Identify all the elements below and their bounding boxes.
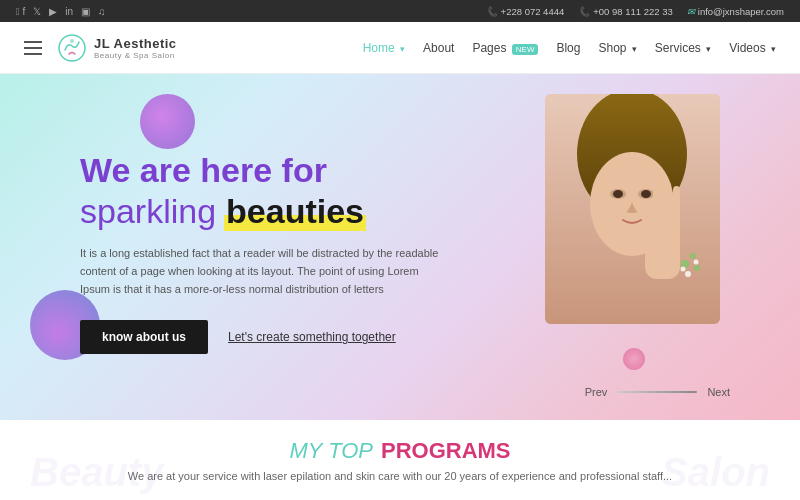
svg-rect-11 (663, 182, 671, 214)
my-top-label: MY TOP (289, 438, 373, 464)
svg-point-0 (59, 35, 85, 61)
svg-point-7 (613, 190, 623, 198)
svg-point-18 (681, 267, 686, 272)
prev-next-controls: Prev Next (585, 386, 730, 398)
hamburger-menu[interactable] (24, 41, 42, 55)
nav-home[interactable]: Home ▾ (363, 41, 405, 55)
twitter-icon[interactable]: 𝕏 (33, 6, 41, 17)
hero-title-line1: We are here for (80, 150, 440, 191)
logo-title: JL Aesthetic (94, 36, 177, 51)
next-label[interactable]: Next (707, 386, 730, 398)
hero-image-placeholder (545, 94, 720, 324)
hero-section: We are here for sparkling beauties It is… (0, 74, 800, 420)
svg-point-8 (641, 190, 651, 198)
top-bar:  f 𝕏 ▶ in ▣ ♫ 📞+228 072 4444 📞+00 98 11… (0, 0, 800, 22)
nav-videos[interactable]: Videos ▾ (729, 41, 776, 55)
logo-text: JL Aesthetic Beauty & Spa Salon (94, 36, 177, 60)
logo-subtitle: Beauty & Spa Salon (94, 51, 177, 60)
nav-menu: Home ▾ About Pages NEW Blog Shop ▾ Servi… (363, 41, 776, 55)
youtube-icon[interactable]: ▶ (49, 6, 57, 17)
nav-pages[interactable]: Pages NEW (472, 41, 538, 55)
nav-blog[interactable]: Blog (556, 41, 580, 55)
facebook-icon[interactable]:  f (16, 6, 25, 17)
phone1: 📞+228 072 4444 (486, 6, 565, 17)
contact-info: 📞+228 072 4444 📞+00 98 111 222 33 ✉info@… (486, 6, 784, 17)
hero-portrait-svg (545, 94, 720, 324)
hero-title-bold: beauties (224, 191, 366, 232)
nav-about[interactable]: About (423, 41, 454, 55)
deco-text-right: Salon (661, 450, 770, 495)
tiktok-icon[interactable]: ♫ (98, 6, 106, 17)
hero-image (545, 94, 720, 324)
navbar: JL Aesthetic Beauty & Spa Salon Home ▾ A… (0, 22, 800, 74)
prev-label[interactable]: Prev (585, 386, 608, 398)
svg-point-14 (690, 253, 696, 259)
linkedin-icon[interactable]: in (65, 6, 73, 17)
svg-point-17 (694, 260, 699, 265)
hero-description: It is a long established fact that a rea… (80, 245, 440, 298)
logo[interactable]: JL Aesthetic Beauty & Spa Salon (56, 32, 177, 64)
hero-title-normal: sparkling (80, 191, 216, 232)
phone2: 📞+00 98 111 222 33 (578, 6, 673, 17)
programs-label: PROGRAMS (381, 438, 511, 464)
hero-content: We are here for sparkling beauties It is… (0, 140, 440, 354)
social-icons[interactable]:  f 𝕏 ▶ in ▣ ♫ (16, 6, 106, 17)
programs-title: MY TOP PROGRAMS (289, 438, 510, 464)
nav-shop[interactable]: Shop ▾ (598, 41, 636, 55)
svg-point-1 (70, 39, 74, 43)
create-together-link[interactable]: Let's create something together (228, 330, 396, 344)
svg-rect-12 (673, 186, 680, 214)
svg-point-15 (694, 265, 700, 271)
svg-point-16 (685, 271, 691, 277)
logo-icon (56, 32, 88, 64)
instagram-icon[interactable]: ▣ (81, 6, 90, 17)
programs-description: We are at your service with laser epilat… (128, 470, 672, 482)
nav-left: JL Aesthetic Beauty & Spa Salon (24, 32, 177, 64)
slideshow-progress (617, 391, 697, 393)
hero-buttons: know about us Let's create something tog… (80, 320, 440, 354)
know-about-us-button[interactable]: know about us (80, 320, 208, 354)
email: ✉info@jxnshaper.com (687, 6, 784, 17)
bottom-section: Beauty Salon MY TOP PROGRAMS We are at y… (0, 420, 800, 500)
hero-title-line2: sparkling beauties (80, 191, 440, 232)
blob-decoration-3 (623, 348, 645, 370)
nav-services[interactable]: Services ▾ (655, 41, 711, 55)
svg-rect-10 (653, 184, 661, 214)
